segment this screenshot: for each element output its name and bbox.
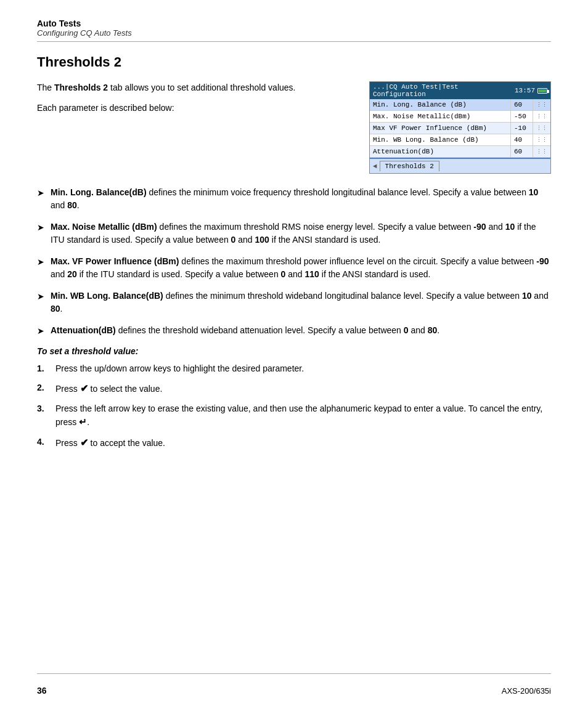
screenshot-titlebar: ...|CQ Auto Test|Test Configuration 13:5… [370,82,550,99]
bullet-val3-3: 0 [281,269,286,279]
bullet-content-3: Max. VF Power Influence (dBm) defines th… [51,255,551,281]
thresholds2-tab[interactable]: Thresholds 2 [380,161,439,171]
bullet-item-4: ➤ Min. WB Long. Balance(dB) defines the … [37,290,551,315]
screenshot-param: Max VF Power Influence (dBm) [370,123,510,134]
bullet-arrow-2: ➤ [37,221,44,246]
procedure-list: 1. Press the up/down arrow keys to highl… [37,362,551,450]
checkmark-icon-2: ✔ [80,383,88,394]
screenshot-param: Max. Noise Metallic(dBm) [370,111,510,123]
intro-bold-term: Thresholds 2 [54,83,108,92]
screenshot-grid-icon: ⋮⋮ [533,146,551,158]
screenshot-grid-icon: ⋮⋮ [533,111,551,123]
bullet-val4-2: 100 [255,235,269,245]
intro-paragraph1: The Thresholds 2 tab allows you to set a… [37,81,357,94]
bullet-val2-3: 20 [67,269,77,279]
step-num-1: 1. [37,362,49,375]
screenshot-row: Max VF Power Influence (dBm)-10⋮⋮ [370,123,550,134]
bullet-item-3: ➤ Max. VF Power Influence (dBm) defines … [37,255,551,281]
bullet-val1-1: 10 [529,187,539,197]
procedure-step-2: 2. Press ✔ to select the value. [37,381,551,396]
bullet-arrow-4: ➤ [37,290,44,315]
procedure-section: To set a threshold value: 1. Press the u… [37,346,551,450]
bullet-term-2: Max. Noise Metallic (dBm) [51,222,157,232]
bullet-content-1: Min. Long. Balance(dB) defines the minim… [51,186,551,212]
procedure-title: To set a threshold value: [37,346,551,356]
bullet-term-5: Attenuation(dB) [51,325,116,335]
step-num-2: 2. [37,381,49,396]
screenshot-footer: ◄ Thresholds 2 [370,158,550,173]
step-num-4: 4. [37,436,49,450]
screenshot-time: 13:57 [515,87,535,94]
screenshot-grid-icon: ⋮⋮ [533,99,551,111]
page-container: Auto Tests Configuring CQ Auto Tests Thr… [0,0,588,714]
intro-paragraph2: Each parameter is described below: [37,102,357,115]
screenshot-row: Min. Long. Balance (dB)60⋮⋮ [370,99,550,111]
bullet-val2-2: 10 [505,222,515,232]
footer-divider [37,673,551,674]
step-text-1: Press the up/down arrow keys to highligh… [55,362,304,375]
screenshot-value: 40 [510,134,533,146]
step-text-2: Press ✔ to select the value. [55,381,162,396]
step-text-3: Press the left arrow key to erase the ex… [55,402,551,429]
screenshot-value: -50 [510,111,533,123]
model-number: AXS-200/635i [502,686,551,696]
bullet-arrow-5: ➤ [37,325,44,338]
checkmark-icon-4: ✔ [80,437,88,448]
bullet-val2-4: 80 [51,304,60,314]
bullet-section: ➤ Min. Long. Balance(dB) defines the min… [37,186,551,338]
intro-section: The Thresholds 2 tab allows you to set a… [37,81,551,174]
header-divider [37,41,551,42]
bullet-content-2: Max. Noise Metallic (dBm) defines the ma… [51,221,551,246]
bullet-val1-3: -90 [536,256,549,266]
screenshot-panel: ...|CQ Auto Test|Test Configuration 13:5… [369,81,551,174]
scroll-left-icon: ◄ [373,163,377,170]
header-title: Auto Tests [37,18,551,28]
bullet-term-4: Min. WB Long. Balance(dB) [51,291,163,301]
bullet-val1-5: 0 [404,325,409,335]
screenshot-value: 60 [510,146,533,158]
screenshot-row: Attenuation(dB)60⋮⋮ [370,146,550,158]
screenshot-param: Min. WB Long. Balance (dB) [370,134,510,146]
time-battery: 13:57 [515,87,547,94]
screenshot-value: 60 [510,99,533,111]
bullet-val3-2: 0 [231,235,236,245]
bullet-val1-2: -90 [473,222,486,232]
procedure-step-3: 3. Press the left arrow key to erase the… [37,402,551,429]
battery-icon [537,88,547,94]
bullet-item-2: ➤ Max. Noise Metallic (dBm) defines the … [37,221,551,246]
screenshot-param: Min. Long. Balance (dB) [370,99,510,111]
page-title: Thresholds 2 [37,54,551,70]
bullet-content-4: Min. WB Long. Balance(dB) defines the mi… [51,290,551,315]
screenshot-row: Max. Noise Metallic(dBm)-50⋮⋮ [370,111,550,123]
screenshot-table: Min. Long. Balance (dB)60⋮⋮Max. Noise Me… [370,99,550,158]
step-text-4: Press ✔ to accept the value. [55,436,165,450]
page-footer: 36 AXS-200/635i [37,686,551,696]
bullet-content-5: Attenuation(dB) defines the threshold wi… [51,324,551,338]
bullet-term-3: Max. VF Power Influence (dBm) [51,256,179,266]
bullet-item-1: ➤ Min. Long. Balance(dB) defines the min… [37,186,551,212]
bullet-arrow-3: ➤ [37,256,44,281]
bullet-val1-4: 10 [522,291,532,301]
screenshot-param: Attenuation(dB) [370,146,510,158]
header-subtitle: Configuring CQ Auto Tests [37,28,551,38]
back-arrow-icon: ↵ [79,416,87,427]
intro-text: The Thresholds 2 tab allows you to set a… [37,81,357,122]
procedure-step-4: 4. Press ✔ to accept the value. [37,436,551,450]
bullet-arrow-1: ➤ [37,187,44,212]
bullet-item-5: ➤ Attenuation(dB) defines the threshold … [37,324,551,338]
screenshot-grid-icon: ⋮⋮ [533,134,551,146]
screenshot-value: -10 [510,123,533,134]
page-number: 36 [37,686,47,696]
bullet-val2-5: 80 [428,325,438,335]
bullet-term-1: Min. Long. Balance(dB) [51,187,147,197]
page-header: Auto Tests Configuring CQ Auto Tests [37,18,551,42]
step-num-3: 3. [37,402,49,429]
screenshot-row: Min. WB Long. Balance (dB)40⋮⋮ [370,134,550,146]
screenshot-grid-icon: ⋮⋮ [533,123,551,134]
screenshot-title-text: ...|CQ Auto Test|Test Configuration [373,83,515,98]
procedure-step-1: 1. Press the up/down arrow keys to highl… [37,362,551,375]
bullet-val2-1: 80 [67,200,77,210]
bullet-val4-3: 110 [305,269,319,279]
